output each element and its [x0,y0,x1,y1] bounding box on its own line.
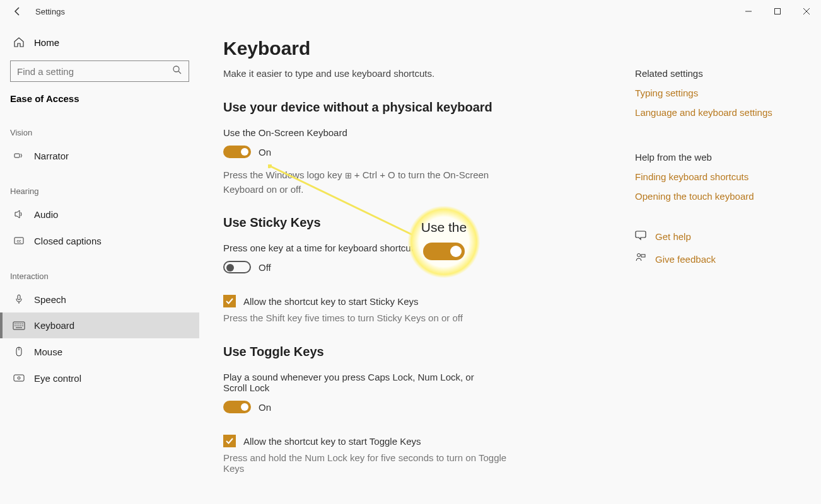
maximize-button[interactable] [763,1,792,21]
typing-settings-link[interactable]: Typing settings [635,88,796,98]
svg-rect-4 [15,154,20,158]
titlebar: Settings [0,0,821,23]
togglekeys-heading: Use Toggle Keys [223,345,616,359]
svg-point-10 [15,323,16,324]
togglekeys-toggle[interactable] [223,401,251,413]
captions-icon: cc [13,235,25,246]
ease-of-access-header: Ease of Access [0,93,199,110]
svg-rect-25 [641,255,645,257]
sidebar-item-audio[interactable]: Audio [0,201,199,227]
svg-rect-1 [775,9,781,14]
svg-point-11 [16,323,18,324]
svg-point-17 [18,325,20,326]
app-title: Settings [35,7,734,16]
sticky-toggle[interactable] [223,261,251,273]
sidebar-item-label: Narrator [34,151,69,161]
language-keyboard-link[interactable]: Language and keyboard settings [635,107,796,118]
togglekeys-checkbox-label: Allow the shortcut key to start Toggle K… [243,436,421,447]
svg-rect-7 [18,295,20,300]
interaction-header: Interaction [0,254,199,286]
osk-toggle[interactable] [223,146,251,158]
keyboard-icon [13,321,25,330]
home-nav[interactable]: Home [0,30,199,54]
sticky-checkbox-hint: Press the Shift key five times to turn S… [223,312,616,323]
close-button[interactable] [792,1,821,21]
page-subtitle: Make it easier to type and use keyboard … [223,68,616,79]
svg-point-15 [15,325,16,326]
narrator-icon [13,150,25,161]
svg-point-24 [638,254,641,257]
sticky-toggle-state: Off [259,262,271,273]
sticky-checkbox-label: Allow the shortcut key to start Sticky K… [243,296,419,307]
osk-heading: Use your device without a physical keybo… [223,100,616,115]
togglekeys-shortcut-checkbox[interactable] [223,435,236,447]
osk-label: Use the On-Screen Keyboard [223,127,616,138]
windows-logo-icon: ⊞ [345,171,352,180]
svg-text:cc: cc [17,239,22,243]
togglekeys-checkbox-hint: Press and hold the Num Lock key for five… [223,452,507,474]
sidebar-item-label: Audio [34,209,58,220]
sidebar-item-eye-control[interactable]: Eye control [0,365,199,391]
give-feedback-link[interactable]: Give feedback [635,252,796,266]
svg-line-3 [178,71,181,74]
svg-rect-22 [14,375,24,381]
sidebar-item-label: Closed captions [34,236,102,246]
feedback-icon [635,252,648,266]
search-box[interactable] [10,60,189,82]
related-settings-header: Related settings [635,68,796,79]
sidebar-item-mouse[interactable]: Mouse [0,338,199,365]
hearing-header: Hearing [0,169,199,201]
side-panel: Related settings Typing settings Languag… [635,38,796,491]
eye-icon [13,372,25,384]
search-icon [172,65,182,77]
sticky-label: Press one key at a time for keyboard sho… [223,243,616,253]
sidebar-item-keyboard[interactable]: Keyboard [0,312,199,338]
svg-point-18 [20,325,21,326]
sticky-heading: Use Sticky Keys [223,215,616,230]
window-controls [734,1,821,21]
finding-shortcuts-link[interactable]: Finding keyboard shortcuts [635,171,796,182]
minimize-button[interactable] [734,1,763,21]
osk-hint: Press the Windows logo key ⊞ + Ctrl + O … [223,168,494,197]
svg-point-13 [20,323,21,324]
sidebar-item-label: Speech [34,294,66,305]
sticky-shortcut-checkbox[interactable] [223,295,236,307]
sidebar-item-label: Keyboard [34,320,74,331]
audio-icon [13,209,25,220]
home-label: Home [34,37,59,48]
help-web-header: Help from the web [635,152,796,163]
svg-point-19 [22,325,23,326]
sidebar-item-label: Eye control [34,373,81,384]
help-link-text: Get help [655,231,691,242]
opening-touch-keyboard-link[interactable]: Opening the touch keyboard [635,191,796,202]
togglekeys-toggle-state: On [259,402,271,413]
svg-point-14 [22,323,23,324]
feedback-link-text: Give feedback [655,254,716,265]
svg-point-12 [18,323,20,324]
svg-point-23 [18,377,20,379]
togglekeys-label: Play a sound whenever you press Caps Loc… [223,372,494,393]
search-input[interactable] [17,66,172,77]
help-icon [635,229,648,243]
speech-icon [13,294,25,305]
sidebar-item-label: Mouse [34,346,62,357]
sidebar-item-closed-captions[interactable]: cc Closed captions [0,227,199,254]
get-help-link[interactable]: Get help [635,229,796,243]
back-button[interactable] [8,1,28,21]
mouse-icon [13,346,25,357]
vision-header: Vision [0,110,199,142]
svg-point-2 [173,66,179,72]
page-title: Keyboard [223,38,616,59]
home-icon [13,37,25,48]
sidebar-item-narrator[interactable]: Narrator [0,142,199,169]
sidebar-item-speech[interactable]: Speech [0,286,199,312]
osk-toggle-state: On [259,147,271,158]
svg-point-16 [16,325,18,326]
sidebar: Home Ease of Access Vision Narrator Hear… [0,23,199,504]
content-area: Keyboard Make it easier to type and use … [199,23,821,504]
